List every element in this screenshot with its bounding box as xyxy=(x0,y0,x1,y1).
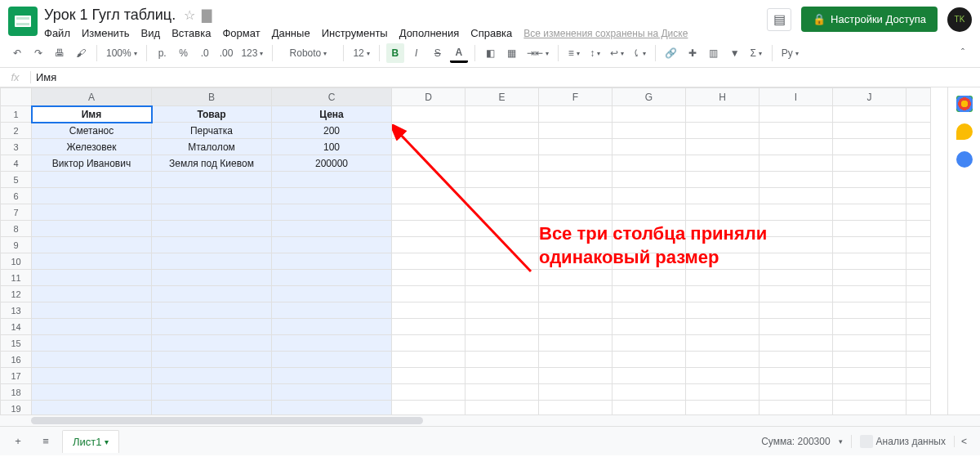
cell-A4[interactable]: Виктор Иванович xyxy=(32,155,152,172)
currency-button[interactable]: р. xyxy=(154,43,172,63)
halign-button[interactable]: ≡ xyxy=(565,43,583,63)
row-header[interactable]: 8 xyxy=(1,221,32,237)
sheet-tab[interactable]: Лист1 ▾ xyxy=(62,430,119,453)
row-header[interactable]: 16 xyxy=(1,352,32,368)
col-header-last[interactable] xyxy=(906,88,931,106)
fill-color-button[interactable]: ◧ xyxy=(482,43,500,63)
row-header[interactable]: 11 xyxy=(1,270,32,286)
formula-bar[interactable]: Имя xyxy=(31,71,980,83)
col-header-A[interactable]: A xyxy=(32,88,152,106)
add-sheet-button[interactable]: + xyxy=(7,430,29,453)
col-header-J[interactable]: J xyxy=(833,88,906,106)
menu-file[interactable]: Файл xyxy=(44,27,70,39)
share-button[interactable]: 🔒 Настройки Доступа xyxy=(801,7,938,32)
explore-button[interactable]: Анализ данных xyxy=(851,435,946,448)
input-lang-button[interactable]: Ру xyxy=(779,43,801,63)
row-header[interactable]: 7 xyxy=(1,204,32,221)
sheet-tab-menu-icon[interactable]: ▾ xyxy=(105,437,109,446)
strike-button[interactable]: S xyxy=(429,43,447,63)
undo-button[interactable]: ↶ xyxy=(8,43,26,63)
keep-icon[interactable] xyxy=(956,123,973,140)
row-header[interactable]: 2 xyxy=(1,123,32,139)
menu-format[interactable]: Формат xyxy=(222,27,260,39)
filter-button[interactable]: ▼ xyxy=(726,43,744,63)
row-header[interactable]: 1 xyxy=(1,106,32,123)
rotate-button[interactable]: ⤹ xyxy=(630,43,648,63)
zoom-select[interactable]: 100% xyxy=(104,43,140,63)
menu-help[interactable]: Справка xyxy=(470,27,512,39)
redo-button[interactable]: ↷ xyxy=(29,43,47,63)
col-header-G[interactable]: G xyxy=(612,88,686,106)
all-sheets-button[interactable]: ≡ xyxy=(34,430,57,453)
spreadsheet-grid[interactable]: A B C D E F G H I J 1 Имя Товар Цена 2 xyxy=(0,87,931,414)
cell-C3[interactable]: 100 xyxy=(272,139,392,155)
link-button[interactable]: 🔗 xyxy=(662,43,680,63)
paint-format-button[interactable]: 🖌 xyxy=(72,43,90,63)
account-avatar[interactable]: TK xyxy=(947,7,972,32)
wrap-button[interactable]: ↩ xyxy=(608,43,626,63)
col-header-H[interactable]: H xyxy=(686,88,760,106)
percent-button[interactable]: % xyxy=(175,43,193,63)
cell-C4[interactable]: 200000 xyxy=(272,155,392,172)
cell-A1[interactable]: Имя xyxy=(32,106,152,123)
row-header[interactable]: 15 xyxy=(1,335,32,352)
comments-button[interactable]: ▤ xyxy=(767,8,791,31)
row-header[interactable]: 5 xyxy=(1,172,32,188)
menu-addons[interactable]: Дополнения xyxy=(399,27,460,39)
number-format-button[interactable]: 123 xyxy=(238,43,265,63)
save-status[interactable]: Все изменения сохранены на Диске xyxy=(523,28,688,39)
italic-button[interactable]: I xyxy=(408,43,425,63)
comment-button[interactable]: ✚ xyxy=(684,43,702,63)
side-panel-toggle[interactable]: < xyxy=(954,436,973,447)
col-header-F[interactable]: F xyxy=(539,88,612,106)
row-header[interactable]: 3 xyxy=(1,139,32,155)
dec-decrease-button[interactable]: .0 xyxy=(196,43,214,63)
row-header[interactable]: 17 xyxy=(1,368,32,384)
row-header[interactable]: 4 xyxy=(1,155,32,172)
col-header-I[interactable]: I xyxy=(760,88,833,106)
menu-view[interactable]: Вид xyxy=(141,27,161,39)
cell-B1[interactable]: Товар xyxy=(152,106,272,123)
borders-button[interactable]: ▦ xyxy=(503,43,521,63)
row-header[interactable]: 12 xyxy=(1,286,32,302)
bold-button[interactable]: B xyxy=(386,43,404,63)
select-all-corner[interactable] xyxy=(1,88,32,106)
menu-tools[interactable]: Инструменты xyxy=(322,27,388,39)
text-color-button[interactable]: A xyxy=(450,43,468,63)
valign-button[interactable]: ↕ xyxy=(586,43,604,63)
doc-title[interactable]: Урок 1 Гугл таблиц. xyxy=(44,7,176,24)
cell-C1[interactable]: Цена xyxy=(272,106,392,123)
row-header[interactable]: 13 xyxy=(1,302,32,319)
star-icon[interactable]: ☆ xyxy=(184,7,195,23)
cell-B2[interactable]: Перчатка xyxy=(152,123,272,139)
col-header-D[interactable]: D xyxy=(392,88,466,106)
merge-button[interactable]: ⇥⇤ xyxy=(524,43,551,63)
col-header-B[interactable]: B xyxy=(152,88,272,106)
chart-button[interactable]: ▥ xyxy=(705,43,723,63)
cell-A2[interactable]: Сметанос xyxy=(32,123,152,139)
font-select[interactable]: Roboto xyxy=(279,43,336,63)
row-header[interactable]: 18 xyxy=(1,384,32,401)
row-header[interactable]: 10 xyxy=(1,253,32,270)
tasks-icon[interactable] xyxy=(956,151,973,168)
functions-button[interactable]: Σ xyxy=(747,43,765,63)
row-header[interactable]: 14 xyxy=(1,319,32,335)
cell-A3[interactable]: Железовек xyxy=(32,139,152,155)
dec-increase-button[interactable]: .00 xyxy=(217,43,236,63)
calendar-icon[interactable] xyxy=(956,96,973,112)
print-button[interactable]: 🖶 xyxy=(51,43,69,63)
menu-edit[interactable]: Изменить xyxy=(82,27,130,39)
font-size-select[interactable]: 12 xyxy=(350,43,372,63)
folder-icon[interactable]: ▇ xyxy=(202,7,212,23)
cell-B3[interactable]: Мталолом xyxy=(152,139,272,155)
sheets-logo[interactable] xyxy=(8,7,38,36)
menu-data[interactable]: Данные xyxy=(272,27,310,39)
collapse-toolbar-button[interactable]: ˆ xyxy=(954,43,972,63)
row-header[interactable]: 6 xyxy=(1,188,32,204)
col-header-E[interactable]: E xyxy=(466,88,539,106)
cell-C2[interactable]: 200 xyxy=(272,123,392,139)
cell-B4[interactable]: Земля под Киевом xyxy=(152,155,272,172)
col-header-C[interactable]: C xyxy=(272,88,392,106)
horizontal-scrollbar[interactable] xyxy=(0,414,980,426)
menu-insert[interactable]: Вставка xyxy=(172,27,211,39)
